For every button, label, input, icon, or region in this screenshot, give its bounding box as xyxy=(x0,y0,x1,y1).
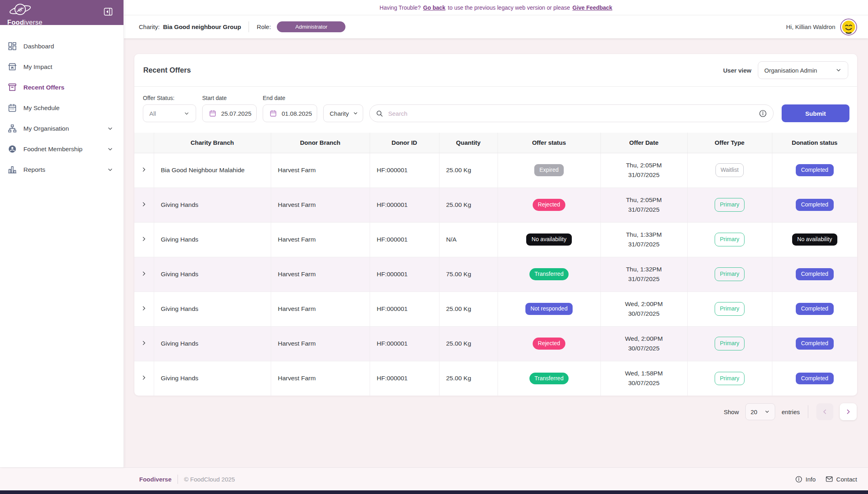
my-impact-icon xyxy=(7,62,17,72)
sidebar-item-foodnet-membership[interactable]: Foodnet Membership xyxy=(0,139,123,159)
role-badge: Administrator xyxy=(277,21,345,32)
donation-status-cell: Completed xyxy=(772,361,857,396)
offer-date: 30/07/2025 xyxy=(601,309,687,319)
charity-label: Charity: xyxy=(139,23,160,30)
page-size-select[interactable]: 20 xyxy=(745,403,775,420)
start-date-value: 25.07.2025 xyxy=(221,110,251,117)
offer-date-cell: Thu, 2:05PM31/07/2025 xyxy=(600,153,687,188)
donor-id-cell: HF:000001 xyxy=(370,257,439,292)
donor-branch-cell: Harvest Farm xyxy=(271,153,370,188)
offer-type-badge: Primary xyxy=(715,233,745,246)
user-view-select[interactable]: Organisation Admin xyxy=(758,61,848,79)
entries-label: entries xyxy=(782,409,800,415)
collapse-sidebar-icon[interactable] xyxy=(104,8,113,16)
divider xyxy=(178,475,178,484)
topbar: Charity: Bia Good neighbour Group Role: … xyxy=(124,15,868,38)
pagination: Show 20 entries xyxy=(134,396,857,420)
table-row: Giving HandsHarvest FarmHF:00000125.00 K… xyxy=(134,292,857,326)
table-row: Giving HandsHarvest FarmHF:00000175.00 K… xyxy=(134,257,857,292)
charity-branch-cell: Giving Hands xyxy=(154,326,271,361)
calendar-icon xyxy=(209,109,217,117)
offer-type-cell: Primary xyxy=(687,326,772,361)
sidebar-item-my-schedule[interactable]: My Schedule xyxy=(0,98,123,118)
sidebar-item-reports[interactable]: Reports xyxy=(0,159,123,180)
table-row: Bia Good Neighbour MalahideHarvest FarmH… xyxy=(134,153,857,188)
chevron-right-icon xyxy=(141,167,147,174)
recent-offers-icon xyxy=(7,82,17,93)
recent-offers-card: Recent Offers User view Organisation Adm… xyxy=(134,54,857,396)
donation-status-cell: Completed xyxy=(772,188,857,222)
donation-status-badge: No availability xyxy=(792,233,837,245)
sidebar-item-label: Dashboard xyxy=(23,43,54,50)
legacy-banner: Having Trouble? Go back to use the previ… xyxy=(124,0,868,15)
offers-table: Charity BranchDonor BranchDonor IDQuanti… xyxy=(134,133,857,396)
end-date-value: 01.08.2025 xyxy=(282,110,312,117)
search-input[interactable] xyxy=(387,110,755,117)
info-label: Info xyxy=(805,476,816,483)
chevron-right-icon xyxy=(141,305,147,313)
expand-row-button[interactable] xyxy=(138,268,150,280)
expand-row-button[interactable] xyxy=(138,338,150,350)
offer-status-badge: Transferred xyxy=(529,373,569,384)
previous-page-button[interactable] xyxy=(816,403,833,420)
offer-status-label: Offer Status: xyxy=(143,95,196,101)
sidebar-item-recent-offers[interactable]: Recent Offers xyxy=(0,77,123,98)
offer-status-cell: Transferred xyxy=(498,361,600,396)
offer-time: Thu, 2:05PM xyxy=(601,195,687,205)
submit-button[interactable]: Submit xyxy=(782,104,849,122)
sidebar-item-my-impact[interactable]: My Impact xyxy=(0,56,123,77)
info-icon[interactable] xyxy=(759,109,767,118)
charity-filter-value: Charity xyxy=(330,110,349,117)
chevron-down-icon xyxy=(107,125,113,132)
column-header-charity-branch: Charity Branch xyxy=(154,133,271,153)
table-row: Giving HandsHarvest FarmHF:00000125.00 K… xyxy=(134,361,857,396)
go-back-link[interactable]: Go back xyxy=(423,4,446,11)
my-schedule-icon xyxy=(7,103,17,113)
offer-status-badge: Rejected xyxy=(533,338,565,349)
sidebar-item-my-organisation[interactable]: My Organisation xyxy=(0,118,123,139)
quantity-cell: 25.00 Kg xyxy=(439,188,498,222)
user-view-label: User view xyxy=(723,67,751,74)
column-header-expand xyxy=(134,133,154,153)
expand-row-button[interactable] xyxy=(138,303,150,315)
offer-date-cell: Wed, 2:00PM30/07/2025 xyxy=(600,292,687,326)
sidebar-item-dashboard[interactable]: Dashboard xyxy=(0,36,123,56)
offer-time: Thu, 1:33PM xyxy=(601,230,687,240)
filters-bar: Offer Status: All Start date xyxy=(134,87,857,133)
footer-brand[interactable]: Foodiverse xyxy=(139,476,172,483)
next-page-button[interactable] xyxy=(840,403,857,420)
expand-row-button[interactable] xyxy=(138,233,150,246)
user-greeting: Hi, Killian Waldron xyxy=(786,19,857,35)
info-link[interactable]: Info xyxy=(795,475,816,483)
user-view-value: Organisation Admin xyxy=(764,67,817,74)
offer-status-badge: Rejected xyxy=(533,199,565,211)
offer-status-select[interactable]: All xyxy=(143,104,196,122)
offer-status-cell: Rejected xyxy=(498,188,600,222)
end-date-input[interactable]: 01.08.2025 xyxy=(263,104,317,122)
offer-status-cell: Not responded xyxy=(498,292,600,326)
sidebar-item-label: Recent Offers xyxy=(23,84,65,91)
offer-type-cell: Waitlist xyxy=(687,153,772,188)
start-date-input[interactable]: 25.07.2025 xyxy=(202,104,257,122)
charity-filter-select[interactable]: Charity xyxy=(323,104,363,122)
quantity-cell: N/A xyxy=(439,222,498,257)
quantity-cell: 25.00 Kg xyxy=(439,326,498,361)
column-header-offer-type: Offer Type xyxy=(687,133,772,153)
expand-row-button[interactable] xyxy=(138,164,150,176)
expand-row-button[interactable] xyxy=(138,372,150,384)
avatar[interactable] xyxy=(840,19,857,35)
offer-status-cell: Transferred xyxy=(498,257,600,292)
donation-status-cell: Completed xyxy=(772,257,857,292)
expand-row-button[interactable] xyxy=(138,199,150,211)
search-icon xyxy=(376,110,383,117)
sidebar-item-label: Reports xyxy=(23,166,45,173)
offer-status-value: All xyxy=(149,110,156,117)
offer-date-cell: Thu, 2:05PM31/07/2025 xyxy=(600,188,687,222)
contact-link[interactable]: Contact xyxy=(825,475,857,483)
offer-time: Thu, 1:32PM xyxy=(601,265,687,274)
offer-time: Wed, 1:58PM xyxy=(601,369,687,378)
offer-date-cell: Thu, 1:33PM31/07/2025 xyxy=(600,222,687,257)
offer-date: 31/07/2025 xyxy=(601,170,687,180)
give-feedback-link[interactable]: Give Feedback xyxy=(573,4,613,11)
sidebar-nav: DashboardMy ImpactRecent OffersMy Schedu… xyxy=(0,25,123,180)
